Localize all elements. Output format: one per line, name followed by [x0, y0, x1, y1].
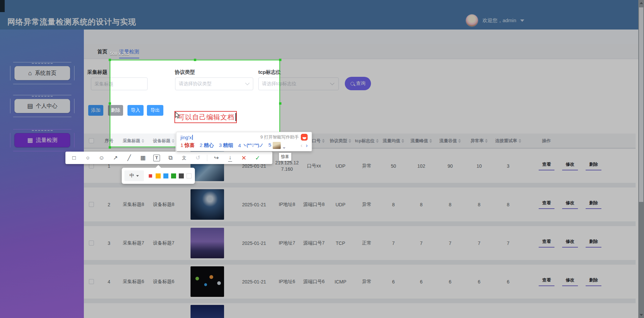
col-header-label: 协议类型: [330, 138, 347, 144]
candidate-text: 惊喜: [184, 142, 195, 149]
ime-assistant[interactable]: 9 打开智能写作助手: [260, 134, 308, 141]
edit-link[interactable]: 修改: [562, 161, 578, 170]
scrollbar-thumb[interactable]: [639, 7, 643, 202]
query-button[interactable]: 查询: [345, 77, 371, 90]
cell-ip: IP地址7: [273, 240, 301, 246]
line-tool-icon[interactable]: ╱: [124, 153, 134, 163]
sidebar-item-traffic-detect[interactable]: ▦流量检测: [10, 129, 74, 151]
color-white-swatch[interactable]: [186, 173, 192, 178]
ime-assistant-icon: [301, 134, 308, 141]
color-green-swatch[interactable]: [171, 173, 176, 178]
sort-icon[interactable]: [348, 139, 351, 143]
view-link[interactable]: 查看: [539, 238, 554, 248]
ime-candidate-4[interactable]: 4ヽ(*°▽°*)ノ: [238, 143, 263, 148]
user-box[interactable]: 欢迎您，admin: [466, 14, 524, 27]
col-header-peak[interactable]: 流量峰值: [407, 138, 436, 144]
emoji-tool-icon[interactable]: ☺: [97, 153, 106, 163]
candidate-text: ヽ(*°▽°*)ノ: [242, 143, 263, 148]
col-header-avg[interactable]: 流量均值: [380, 138, 407, 144]
view-link[interactable]: 查看: [539, 200, 554, 209]
color-red-swatch[interactable]: [148, 173, 153, 178]
tab-home[interactable]: 首页: [97, 49, 107, 55]
table-row: 4 采集标题6 设备标题6 2025-01-21 IP地址6 源端口号6 ICM…: [84, 265, 636, 299]
cell-protocol: UDP: [327, 202, 354, 207]
select-all-checkbox[interactable]: [89, 138, 94, 143]
text-annotation-box[interactable]: 可以自己编辑文档: [174, 111, 237, 123]
edit-link[interactable]: 修改: [562, 277, 578, 286]
edit-link[interactable]: 修改: [562, 200, 578, 209]
row-checkbox[interactable]: [89, 202, 94, 207]
selection-handle[interactable]: [109, 59, 111, 61]
text-tool-icon[interactable]: T: [152, 153, 161, 163]
avatar[interactable]: [466, 14, 478, 27]
delete-link[interactable]: 删除: [586, 238, 601, 248]
color-dark-swatch[interactable]: [179, 173, 184, 178]
row-checkbox[interactable]: [89, 279, 94, 284]
ime-candidate-5[interactable]: 5: [268, 142, 285, 149]
selection-handle[interactable]: [109, 146, 111, 149]
download-icon[interactable]: ↓: [225, 153, 235, 163]
ellipse-tool-icon[interactable]: ○: [83, 153, 93, 163]
sort-icon[interactable]: [401, 139, 404, 143]
ime-prev-icon[interactable]: ‹: [301, 143, 302, 149]
color-blue-swatch[interactable]: [163, 173, 168, 178]
edit-link[interactable]: 修改: [562, 238, 578, 248]
sidebar-item-profile[interactable]: ▤个人中心: [10, 95, 74, 117]
sticker-tool-icon[interactable]: ⧉: [166, 153, 175, 163]
selection-handle[interactable]: [109, 102, 111, 105]
col-header-anomaly[interactable]: 异常率: [465, 138, 494, 144]
ime-pinyin-input[interactable]: jing'x: [180, 135, 192, 140]
view-link[interactable]: 查看: [539, 161, 554, 170]
sort-icon[interactable]: [322, 139, 325, 143]
color-orange-swatch[interactable]: [156, 173, 161, 178]
delete-link[interactable]: 删除: [586, 161, 601, 170]
scroll-up-icon[interactable]: [640, 2, 643, 4]
search-icon: [351, 82, 354, 86]
sidebar-item-label: 系统首页: [35, 70, 56, 77]
sort-icon[interactable]: [519, 139, 521, 143]
row-image: [191, 189, 224, 220]
selection-handle[interactable]: [279, 102, 281, 105]
col-header-tcpflag[interactable]: tcp标志位: [354, 138, 380, 144]
cell-anomaly: 7: [465, 241, 494, 246]
rect-tool-icon[interactable]: □: [69, 153, 79, 163]
cancel-icon[interactable]: ✕: [239, 153, 249, 163]
confirm-icon[interactable]: ✓: [253, 153, 262, 163]
user-dropdown-caret-icon[interactable]: [520, 19, 524, 22]
selection-handle[interactable]: [279, 59, 281, 61]
ime-candidate-2[interactable]: 2精心: [200, 142, 214, 149]
row-checkbox[interactable]: [89, 163, 94, 168]
cell-valley: 7: [436, 241, 465, 246]
sort-icon[interactable]: [429, 139, 432, 143]
row-checkbox[interactable]: [89, 241, 94, 246]
candidate-num: 5: [268, 142, 271, 149]
selection-handle[interactable]: [194, 59, 196, 61]
sort-icon[interactable]: [458, 139, 461, 143]
ime-next-icon[interactable]: ›: [306, 143, 308, 149]
delete-link[interactable]: 删除: [586, 277, 601, 286]
undo-icon[interactable]: ↺: [193, 153, 203, 163]
mosaic-tool-icon[interactable]: ▦: [138, 153, 148, 163]
text-caret: [235, 113, 236, 121]
cell-index: 3: [99, 241, 119, 246]
ime-candidate-3[interactable]: 3精细: [219, 142, 233, 149]
share-icon[interactable]: ↪: [212, 153, 221, 163]
scrollbar[interactable]: [638, 0, 644, 318]
sidebar-item-home[interactable]: ⌂系统首页: [10, 62, 74, 84]
ocr-tool-icon[interactable]: 文: [179, 153, 189, 163]
delete-link[interactable]: 删除: [586, 200, 601, 209]
col-header-retry[interactable]: 连接重试率: [494, 138, 523, 144]
sort-icon[interactable]: [376, 139, 379, 143]
cell-valley: 90: [436, 163, 465, 169]
sort-icon[interactable]: [485, 139, 488, 143]
col-header-valley[interactable]: 流量谷值: [436, 138, 465, 144]
main-top-strip: [84, 30, 638, 44]
scroll-down-icon[interactable]: [640, 314, 643, 316]
top-header: 网络异常流量检测系统的设计与实现 欢迎您，admin: [0, 0, 638, 30]
font-size-select[interactable]: 中: [124, 170, 144, 181]
arrow-tool-icon[interactable]: ↗: [111, 153, 120, 163]
col-header-protocol[interactable]: 协议类型: [327, 138, 354, 144]
view-link[interactable]: 查看: [539, 277, 554, 286]
ime-candidate-1[interactable]: 1惊喜: [180, 142, 195, 149]
add-button[interactable]: 添加: [88, 105, 103, 116]
